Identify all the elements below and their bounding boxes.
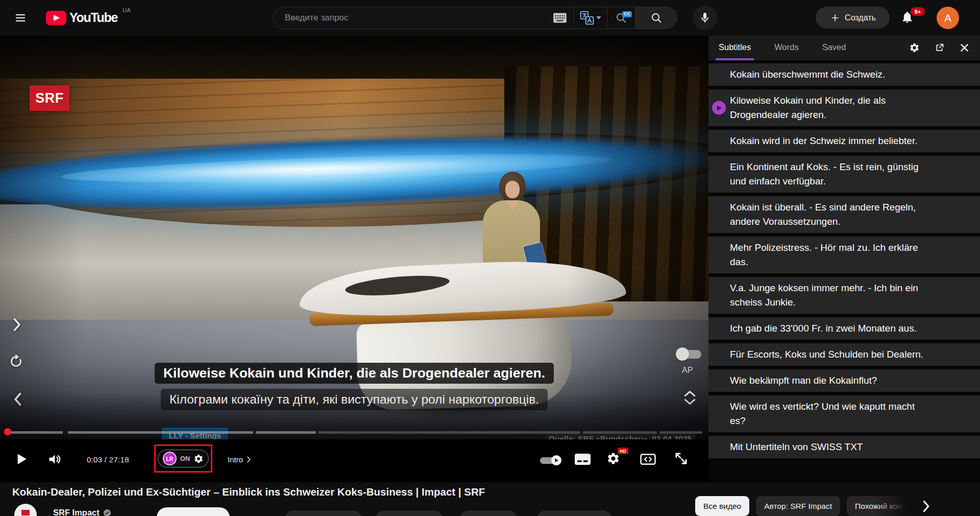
youtube-page: YouTube UA CC Создать — [0, 0, 980, 516]
filter-chip[interactable]: Автор: SRF Impact — [756, 496, 840, 516]
keyboard-icon[interactable] — [552, 13, 568, 23]
chapter-segment — [318, 431, 580, 434]
subtitles-panel: SubtitlesWordsSaved Kokain überschwemmt … — [708, 36, 980, 482]
subtitle-line[interactable]: Wie wird es vertickt? Und wie kaputt mac… — [708, 395, 980, 432]
subtitle-search-extension-button[interactable]: CC — [607, 7, 635, 29]
filter-chip[interactable]: Похожий кон — [847, 496, 910, 516]
search-input-wrap — [274, 7, 574, 29]
more-actions-pill[interactable] — [536, 510, 612, 516]
youtube-logo-text: YouTube — [69, 10, 117, 25]
filter-chip[interactable]: Все видео — [695, 496, 749, 516]
chapter-segment — [659, 431, 702, 434]
create-label: Создать — [845, 13, 876, 22]
subtitle-line[interactable]: Ich gab die 33'000 Fr. in zwei Monaten a… — [708, 317, 980, 340]
srf-watermark: SRF — [30, 85, 69, 111]
fullscreen-button[interactable] — [674, 451, 689, 466]
plus-icon — [829, 12, 841, 24]
lr-state-label: ON — [180, 455, 190, 462]
logo-region-label: UA — [122, 7, 131, 13]
volume-button[interactable] — [47, 453, 64, 466]
channel-name[interactable]: SRF Impact — [53, 508, 100, 516]
panel-settings-icon[interactable] — [909, 42, 920, 53]
subtitle-line[interactable]: Kokain ist überall. - Es sind andere Reg… — [708, 196, 980, 233]
subtitle-line[interactable]: Mehr Polizeistress. - Hör mal zu. Ich er… — [708, 237, 980, 273]
autopause-toggle-knob[interactable] — [676, 347, 689, 361]
autoplay-toggle[interactable] — [540, 455, 561, 466]
video-player[interactable]: SRF AP Kiloweise Kokain und Kinder, die … — [0, 36, 708, 482]
subtitle-text: Mit Untertiteln von SWISS TXT — [730, 441, 863, 452]
chapter-segment — [583, 431, 657, 434]
theater-mode-button[interactable] — [640, 454, 656, 465]
chips-next-icon[interactable] — [920, 500, 932, 512]
tab-words[interactable]: Words — [771, 36, 801, 60]
caption-primary[interactable]: Kiloweise Kokain und Kinder, die als Dro… — [155, 363, 554, 384]
subtitle-line[interactable]: Ein Kontinent auf Koks. - Es ist rein, g… — [708, 156, 980, 193]
autoplay-knob — [551, 455, 561, 465]
subtitle-text: Kokain ist überall. - Es sind andere Reg… — [730, 202, 916, 227]
chapter-segment — [256, 431, 316, 434]
subtitle-text: Mehr Polizeistress. - Hör mal zu. Ich er… — [730, 242, 918, 267]
notifications-badge: 9+ — [911, 7, 925, 16]
share-pill[interactable] — [375, 510, 444, 516]
chevron-right-icon — [247, 456, 251, 463]
channel-avatar[interactable] — [14, 504, 37, 516]
youtube-logo[interactable]: YouTube — [46, 10, 117, 25]
current-line-play-icon — [712, 101, 726, 115]
language-reactor-toggle[interactable]: LR ON — [158, 450, 209, 467]
verified-badge-icon — [104, 509, 111, 516]
translate-icon — [580, 11, 594, 25]
subtitle-line[interactable]: V.a. Junge koksen immer mehr. - Ich bin … — [708, 277, 980, 314]
download-pill[interactable] — [459, 510, 518, 516]
subtitle-text: Für Escorts, Koks und Schulden bei Deale… — [730, 349, 923, 360]
subtitle-text: Wie wird es vertickt? Und wie kaputt mac… — [730, 401, 915, 426]
account-avatar[interactable]: A — [937, 7, 959, 29]
panel-close-icon[interactable] — [959, 42, 970, 53]
like-dislike-pill[interactable] — [284, 510, 363, 516]
lr-gear-icon[interactable] — [193, 454, 204, 464]
subtitle-line[interactable]: Kokain überschwemmt die Schweiz. — [708, 63, 980, 86]
video-title: Kokain-Dealer, Polizei und Ex-Süchtiger … — [12, 486, 485, 498]
chapter-segment — [68, 431, 253, 434]
voice-search-button[interactable] — [693, 6, 717, 30]
chapter-segment — [6, 431, 63, 434]
menu-hamburger-icon[interactable] — [13, 12, 28, 24]
tab-saved[interactable]: Saved — [819, 36, 849, 60]
panel-export-icon[interactable] — [934, 42, 945, 53]
subtitle-line[interactable]: Kiloweise Kokain und Kinder, die als Dro… — [708, 89, 980, 126]
subtitle-line[interactable]: Mit Untertiteln von SWISS TXT — [708, 436, 980, 458]
subtitle-line[interactable]: Wie bekämpft man die Kokainflut? — [708, 369, 980, 392]
chips-row: Все видеоАвтор: SRF ImpactПохожий кон — [695, 496, 932, 516]
subtitle-text: Wie bekämpft man die Kokainflut? — [730, 375, 877, 386]
panel-header: SubtitlesWordsSaved — [708, 36, 980, 60]
autoplay-play-icon — [554, 458, 559, 463]
chapter-label: Intro — [228, 455, 243, 464]
next-subtitle-icon[interactable] — [12, 318, 21, 332]
replay-subtitle-icon[interactable] — [8, 354, 24, 369]
tab-subtitles[interactable]: Subtitles — [716, 36, 754, 60]
create-button[interactable]: Создать — [816, 7, 890, 29]
youtube-play-icon — [46, 11, 66, 25]
subtitles-button[interactable] — [575, 454, 591, 465]
cc-badge: CC — [622, 11, 632, 17]
translate-extension-button[interactable] — [574, 7, 607, 29]
panel-actions — [909, 42, 970, 53]
playhead-dot[interactable] — [4, 428, 11, 435]
play-button[interactable] — [14, 451, 28, 467]
subtitle-line[interactable]: Für Escorts, Koks und Schulden bei Deale… — [708, 343, 980, 366]
search-input[interactable] — [284, 12, 552, 24]
subscribe-button[interactable] — [157, 507, 230, 516]
masthead: YouTube UA CC Создать — [0, 0, 980, 36]
progress-bar[interactable] — [6, 431, 702, 434]
lr-logo: LR — [163, 452, 177, 465]
subtitle-line[interactable]: Kokain wird in der Schweiz immer beliebt… — [708, 130, 980, 152]
lr-highlight-box: LR ON — [154, 444, 212, 473]
subtitle-text: Ein Kontinent auf Koks. - Es ist rein, g… — [730, 161, 919, 186]
time-display: 0:03 / 27:18 — [87, 455, 129, 464]
search-button[interactable] — [635, 7, 677, 29]
subtitle-text: Kokain überschwemmt die Schweiz. — [730, 69, 885, 80]
autopause-label: AP — [682, 366, 693, 375]
subtitle-text: Kiloweise Kokain und Kinder, die als Dro… — [730, 95, 886, 120]
quality-badge: HD — [618, 448, 628, 454]
chapter-button[interactable]: Intro — [228, 455, 251, 464]
below-video: Kokain-Dealer, Polizei und Ex-Süchtiger … — [0, 482, 980, 516]
